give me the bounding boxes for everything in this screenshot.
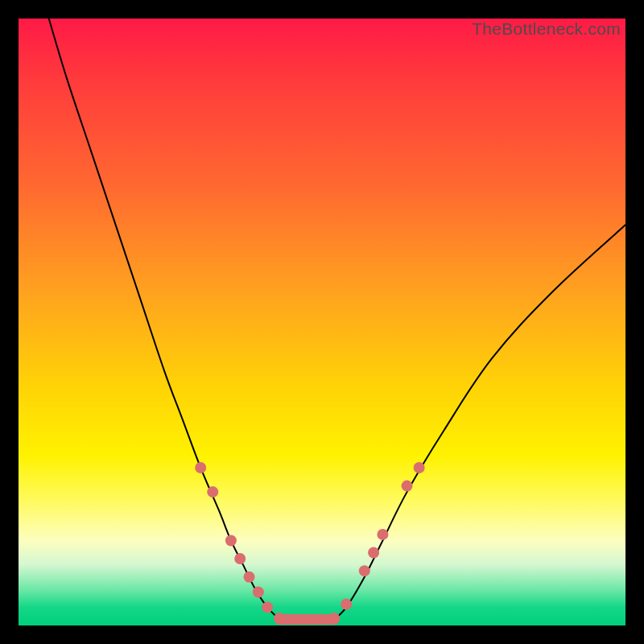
data-marker bbox=[359, 565, 370, 576]
data-marker bbox=[234, 553, 246, 564]
data-marker bbox=[244, 572, 255, 583]
data-marker bbox=[262, 601, 273, 613]
data-marker bbox=[225, 535, 237, 546]
data-marker bbox=[368, 547, 379, 559]
data-marker bbox=[207, 486, 218, 497]
chart-frame: TheBottleneck.com bbox=[0, 0, 644, 644]
data-marker bbox=[402, 481, 413, 492]
plot-area: TheBottleneck.com bbox=[19, 19, 625, 625]
data-marker bbox=[253, 587, 264, 598]
chart-svg bbox=[19, 19, 625, 625]
data-marker bbox=[377, 529, 388, 540]
right-curve bbox=[334, 225, 625, 619]
data-marker bbox=[341, 599, 352, 610]
left-curve bbox=[49, 19, 280, 619]
data-marker bbox=[195, 462, 206, 473]
data-marker bbox=[414, 462, 425, 473]
data-marker bbox=[274, 613, 285, 624]
marker-group bbox=[195, 462, 424, 624]
data-marker bbox=[328, 613, 340, 624]
